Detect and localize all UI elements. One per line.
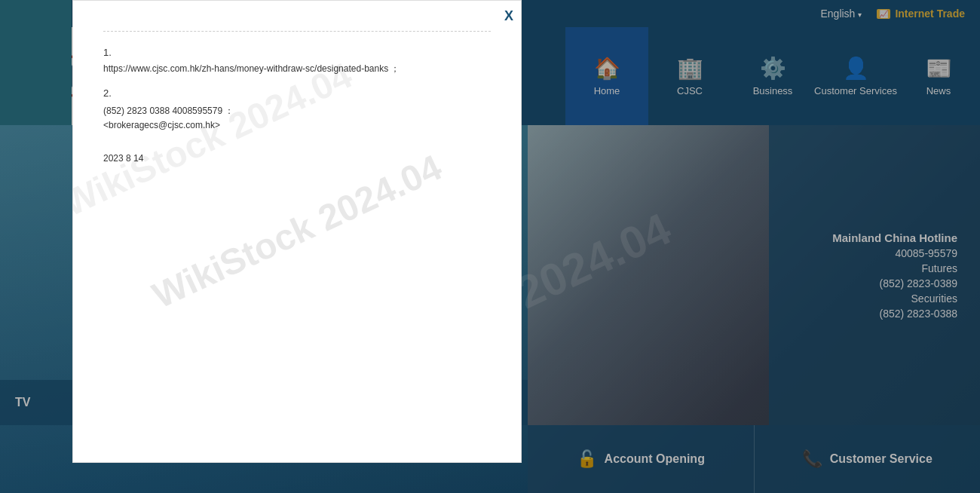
- modal-overlay: X WikiStock 2024.04 WikiStock 2024.04 1.…: [0, 0, 980, 493]
- section1-num: 1.: [103, 47, 491, 58]
- modal-content: WikiStock 2024.04 WikiStock 2024.04 1. h…: [73, 1, 521, 462]
- modal-dialog: X WikiStock 2024.04 WikiStock 2024.04 1.…: [72, 0, 522, 463]
- section1-text: https://www.cjsc.com.hk/zh-hans/money-wi…: [103, 63, 491, 75]
- section2-num: 2.: [103, 87, 491, 99]
- modal-section-1: 1. https://www.cjsc.com.hk/zh-hans/money…: [103, 47, 491, 75]
- modal-section-2: 2. (852) 2823 0388 4008595579 ： <brokera…: [103, 87, 491, 130]
- modal-date: 2023 8 14: [103, 153, 491, 164]
- modal-body: 1. https://www.cjsc.com.hk/zh-hans/money…: [103, 47, 491, 164]
- modal-title-bar: [103, 31, 491, 32]
- modal-close-button[interactable]: X: [504, 8, 513, 24]
- section2-line1: (852) 2823 0388 4008595579 ：: [103, 103, 491, 120]
- modal-watermark1: WikiStock 2024.04: [146, 146, 448, 317]
- section2-email: <brokeragecs@cjsc.com.hk>: [103, 120, 491, 130]
